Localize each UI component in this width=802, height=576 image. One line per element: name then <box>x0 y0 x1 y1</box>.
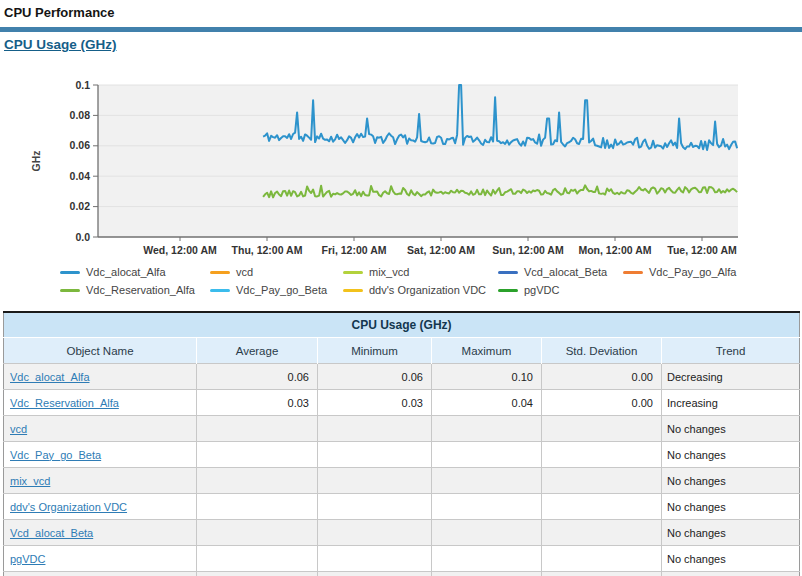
object-link[interactable]: vcd <box>10 423 27 435</box>
x-tick-label: Sun, 12:00 AM <box>492 244 564 256</box>
object-name-cell: vcd <box>4 416 197 442</box>
legend-marker-icon <box>210 289 230 292</box>
minimum-cell <box>318 494 432 520</box>
trend-cell: No changes <box>662 416 800 442</box>
x-tick-label: Sat, 12:00 AM <box>407 244 475 256</box>
table-row: ddv's Organization VDCNo changes <box>4 494 800 520</box>
std-deviation-cell <box>542 468 662 494</box>
legend-marker-icon <box>498 289 518 292</box>
legend-marker-icon <box>343 289 363 292</box>
column-header: Trend <box>662 338 800 364</box>
minimum-cell <box>318 468 432 494</box>
maximum-cell <box>432 520 542 546</box>
average-cell <box>197 546 318 572</box>
object-link[interactable]: pgVDC <box>10 553 45 565</box>
trend-cell: No changes <box>662 520 800 546</box>
table-row: vcdNo changes <box>4 416 800 442</box>
maximum-cell <box>432 442 542 468</box>
minimum-cell <box>318 572 432 576</box>
std-deviation-cell <box>542 494 662 520</box>
column-header: Average <box>197 338 318 364</box>
y-axis-title: GHz <box>30 151 42 172</box>
table-row: pgVDCNo changes <box>4 546 800 572</box>
trend-cell: Increasing <box>662 390 800 416</box>
legend-marker-icon <box>60 271 80 274</box>
minimum-cell: 0.06 <box>318 364 432 390</box>
page-title: CPU Performance <box>4 5 115 20</box>
legend-label: Vdc_Reservation_Alfa <box>86 284 195 296</box>
minimum-cell <box>318 546 432 572</box>
trend-cell: No changes <box>662 468 800 494</box>
plot-area <box>98 85 738 237</box>
column-header: Minimum <box>318 338 432 364</box>
table-row: Vdc_Reservation_Alfa0.030.030.040.00Incr… <box>4 390 800 416</box>
maximum-cell <box>432 468 542 494</box>
object-link[interactable]: Vdc_alocat_Alfa <box>10 371 90 383</box>
column-header: Maximum <box>432 338 542 364</box>
y-tick-label: 0.1 <box>75 79 90 91</box>
x-tick-label: Mon, 12:00 AM <box>578 244 651 256</box>
cpu-usage-chart: 0.00.020.040.060.080.1GHzWed, 12:00 AMTh… <box>0 62 802 260</box>
std-deviation-cell <box>542 520 662 546</box>
legend-label: Vcd_alocat_Beta <box>524 266 607 278</box>
std-deviation-cell <box>542 546 662 572</box>
object-link[interactable]: Vdc_Pay_go_Beta <box>10 449 101 461</box>
legend-label: Vdc_alocat_Alfa <box>86 266 166 278</box>
trend-cell: No changes <box>662 442 800 468</box>
average-cell <box>197 416 318 442</box>
legend-label: ddv's Organization VDC <box>369 284 486 296</box>
object-name-cell: Vcd_alocat_Beta <box>4 520 197 546</box>
maximum-cell <box>432 494 542 520</box>
object-name-cell: ddv's Organization VDC <box>4 494 197 520</box>
average-cell <box>197 468 318 494</box>
table-row: Vdc_alocat_Alfa0.060.060.100.00Decreasin… <box>4 364 800 390</box>
legend-item: ddv's Organization VDC <box>343 284 498 296</box>
average-cell <box>197 442 318 468</box>
cpu-performance-report: CPU Performance CPU Usage (GHz) 0.00.020… <box>0 0 802 576</box>
object-link[interactable]: ddv's Organization VDC <box>10 501 127 513</box>
legend-item: Vdc_Pay_go_Alfa <box>623 266 773 278</box>
table-row: Vdc_Pay_go_AlfaNo changes <box>4 572 800 576</box>
maximum-cell <box>432 546 542 572</box>
minimum-cell <box>318 520 432 546</box>
legend-label: vcd <box>236 266 253 278</box>
legend-item: Vdc_Reservation_Alfa <box>60 284 210 296</box>
cpu-usage-table: CPU Usage (GHz)Object NameAverageMinimum… <box>3 311 800 576</box>
title-divider <box>0 27 802 32</box>
minimum-cell <box>318 416 432 442</box>
legend-label: pgVDC <box>524 284 559 296</box>
table-row: Vdc_Pay_go_BetaNo changes <box>4 442 800 468</box>
legend-label: mix_vcd <box>369 266 409 278</box>
std-deviation-cell: 0.00 <box>542 390 662 416</box>
object-link[interactable]: Vcd_alocat_Beta <box>10 527 93 539</box>
object-link[interactable]: Vdc_Reservation_Alfa <box>10 397 119 409</box>
maximum-cell <box>432 572 542 576</box>
minimum-cell <box>318 442 432 468</box>
maximum-cell: 0.10 <box>432 364 542 390</box>
std-deviation-cell: 0.00 <box>542 364 662 390</box>
legend-item: pgVDC <box>498 284 623 296</box>
average-cell <box>197 572 318 576</box>
legend-label: Vdc_Pay_go_Alfa <box>649 266 736 278</box>
table-title: CPU Usage (GHz) <box>4 312 800 338</box>
legend-marker-icon <box>60 289 80 292</box>
x-tick-label: Fri, 12:00 AM <box>322 244 387 256</box>
maximum-cell: 0.04 <box>432 390 542 416</box>
section-link-cpu-usage[interactable]: CPU Usage (GHz) <box>4 37 117 52</box>
y-tick-label: 0.06 <box>70 139 91 151</box>
average-cell <box>197 520 318 546</box>
column-header: Object Name <box>4 338 197 364</box>
object-name-cell: Vdc_Pay_go_Beta <box>4 442 197 468</box>
trend-cell: Decreasing <box>662 364 800 390</box>
y-tick-label: 0.0 <box>75 231 90 243</box>
legend-item: Vdc_Pay_go_Beta <box>210 284 343 296</box>
object-link[interactable]: mix_vcd <box>10 475 50 487</box>
legend-item: Vcd_alocat_Beta <box>498 266 623 278</box>
std-deviation-cell <box>542 572 662 576</box>
table-header-row: Object NameAverageMinimumMaximumStd. Dev… <box>4 338 800 364</box>
legend-item: vcd <box>210 266 343 278</box>
legend-row-1: Vdc_alocat_Alfavcdmix_vcdVcd_alocat_Beta… <box>60 263 800 281</box>
table-row: mix_vcdNo changes <box>4 468 800 494</box>
x-tick-label: Thu, 12:00 AM <box>232 244 303 256</box>
object-name-cell: Vdc_alocat_Alfa <box>4 364 197 390</box>
